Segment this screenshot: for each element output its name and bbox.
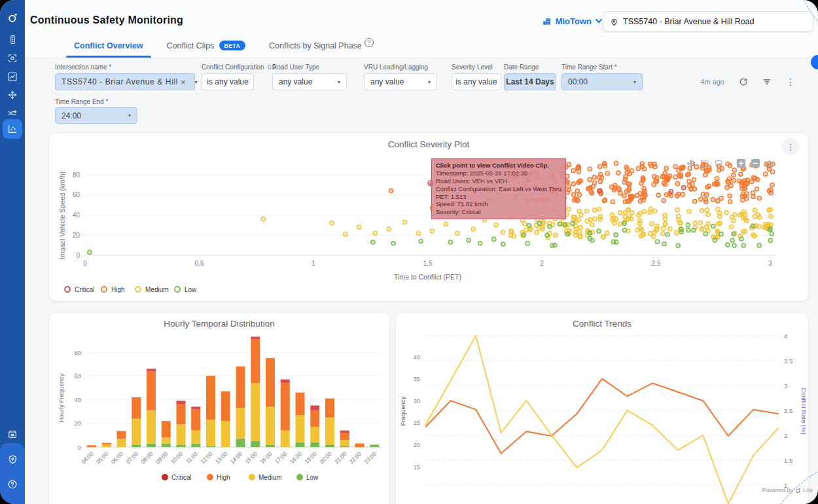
filters-icon[interactable] [762,78,772,86]
svg-text:60: 60 [74,372,81,380]
filter-label: Date Range [504,63,539,71]
svg-text:60: 60 [73,191,80,198]
zoom-in-icon[interactable] [736,158,746,168]
svg-text:08:00: 08:00 [139,450,154,465]
svg-text:1: 1 [311,260,315,267]
svg-text:Impact Vehicle Speed (km/h): Impact Vehicle Speed (km/h) [58,171,66,259]
conflict-analytics-icon [7,124,18,134]
filter-label: Road User Type [272,63,319,71]
pan-tool-icon[interactable] [686,159,696,168]
svg-text:05:00: 05:00 [95,450,109,465]
refresh-icon[interactable] [739,77,748,86]
date-range-filter[interactable]: Last 14 Days [504,73,556,90]
zoom-out-icon[interactable] [751,158,760,168]
svg-text:Critical: Critical [75,286,95,293]
vru-filter[interactable]: any value▾ [364,73,437,90]
svg-text:30: 30 [413,397,420,405]
svg-text:06:00: 06:00 [110,450,124,465]
conflict-trends-line-chart[interactable]: 11.522.533.54152025303540FrequencyConfli… [396,313,808,504]
svg-text:1.5: 1.5 [784,457,792,464]
svg-text:07:00: 07:00 [125,450,139,465]
chevron-down-icon: ▾ [195,79,198,85]
kebab-menu-icon[interactable]: ⋮ [786,77,795,87]
severity-filter[interactable]: is any value [452,73,501,90]
svg-text:2.5: 2.5 [784,407,792,414]
svg-text:12:00: 12:00 [199,450,213,465]
traffic-signal-icon[interactable] [0,29,25,49]
floating-action-button[interactable] [811,55,818,69]
svg-text:80: 80 [74,349,81,356]
camera-scan-icon[interactable] [0,48,25,68]
beta-badge: BETA [219,41,246,50]
intersection-filter[interactable]: TSS5740 - Briar Avenue & Hill ×▾ [55,73,195,90]
svg-text:04:00: 04:00 [80,450,94,465]
movement-arrows-icon[interactable] [0,85,25,105]
svg-text:2: 2 [540,260,544,267]
svg-text:2.5: 2.5 [652,260,661,267]
svg-text:20: 20 [73,232,80,239]
svg-text:Low: Low [185,286,197,293]
conflict-config-filter[interactable]: is any value [202,73,254,90]
hourly-distribution-bar-chart[interactable]: 020406080Hourly Frequency04:0005:0006:00… [49,313,389,504]
svg-text:40: 40 [74,396,81,403]
chevron-down-icon [596,19,602,24]
clear-filter-icon[interactable]: × [178,77,188,87]
sidebar [0,0,25,504]
svg-text:Conflict Rate (%): Conflict Rate (%) [800,387,808,435]
search-value: TSS5740 - Briar Avenue & Hill Road [623,17,755,26]
svg-text:Hourly Frequency: Hourly Frequency [58,373,65,422]
tab-conflict-clips[interactable]: Conflict ClipsBETA [167,41,245,58]
time-range-start-filter[interactable]: 00:00▾ [561,73,643,90]
intersection-search-input[interactable]: TSS5740 - Briar Avenue & Hill Road [603,11,813,32]
svg-text:40: 40 [413,353,420,361]
svg-text:17:00: 17:00 [274,450,288,465]
svg-text:21:00: 21:00 [333,450,347,465]
brand-logo-icon[interactable] [0,8,25,27]
last-refresh-label: 4m ago [700,78,724,86]
svg-text:3: 3 [768,260,772,267]
svg-text:14:00: 14:00 [229,450,243,465]
location-pin-icon [610,17,618,27]
storage-drawer-icon[interactable] [0,424,25,444]
tab-bar: Conflict Overview Conflict ClipsBETA Con… [74,41,374,58]
chart-title: Hourly Temporal Distribution [49,319,389,329]
org-selector[interactable]: MioTown [542,16,602,26]
plot-modebar [686,158,774,168]
time-range-end-filter[interactable]: 24:00▾ [55,107,137,124]
filter-label: Time Range Start * [561,63,617,71]
svg-text:19:00: 19:00 [304,450,318,465]
sidebar-item-conflict-analytics[interactable] [3,119,22,139]
performance-chart-icon[interactable] [0,67,25,86]
svg-text:16:00: 16:00 [258,450,273,465]
tab-conflict-overview[interactable]: Conflict Overview [74,41,143,58]
app-window: Continuous Safety Monitoring MioTown TSS… [0,0,818,504]
chevron-down-icon: ▾ [128,113,131,118]
help-icon[interactable] [0,475,25,494]
building-icon [542,17,552,26]
svg-text:10:00: 10:00 [169,450,184,465]
svg-text:11:00: 11:00 [185,450,199,465]
looker-logo-icon [795,488,801,494]
lasso-select-icon[interactable] [714,159,723,168]
tab-help-icon[interactable]: ? [365,38,374,47]
card-menu-icon[interactable]: ⋮ [782,138,799,155]
tab-conflicts-by-signal-phase[interactable]: Conflicts by Signal Phase? [269,41,374,58]
tooltip-lines: Timestamp: 2025-05-28 17:02:30Road Users… [436,170,561,216]
svg-text:2: 2 [784,432,787,439]
svg-text:35: 35 [413,375,420,382]
svg-text:Medium: Medium [145,286,169,293]
scatter-tooltip: Click point to view Conflict Video Clip.… [431,158,566,219]
svg-text:13:00: 13:00 [214,450,228,465]
svg-text:Low: Low [306,474,319,481]
svg-text:Medium: Medium [258,474,282,481]
reset-axes-home-icon[interactable] [765,159,774,168]
safety-shield-icon[interactable] [0,450,25,469]
svg-text:3: 3 [784,382,787,389]
road-user-filter[interactable]: any value▾ [272,73,347,90]
tooltip-title: Click point to view Conflict Video Clip. [436,162,561,170]
svg-text:20: 20 [74,420,81,427]
chevron-down-icon: ▾ [428,79,431,85]
box-select-icon[interactable] [700,159,709,168]
svg-text:Critical: Critical [171,474,192,481]
svg-text:Frequency: Frequency [399,396,406,425]
